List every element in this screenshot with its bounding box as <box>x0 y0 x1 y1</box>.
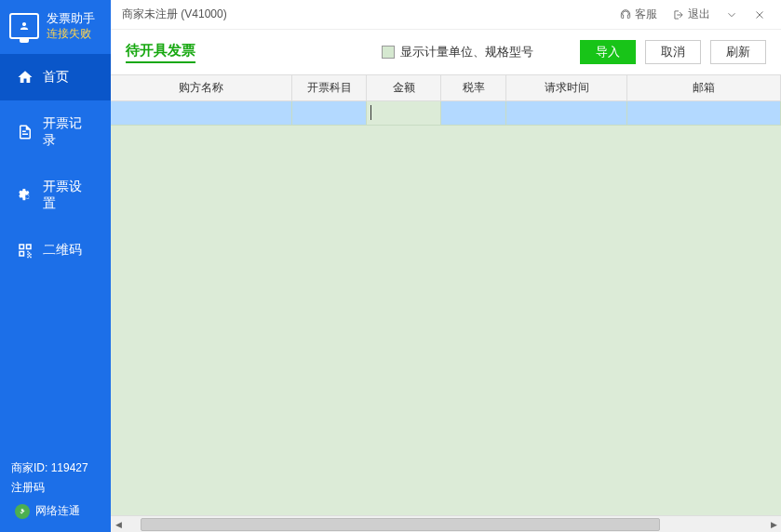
table-header: 购方名称 开票科目 金额 税率 请求时间 邮箱 <box>111 75 781 101</box>
nav-qrcode[interactable]: 二维码 <box>0 227 111 273</box>
refresh-button[interactable]: 刷新 <box>710 40 766 64</box>
home-icon <box>17 69 34 86</box>
chevron-down-icon <box>725 8 738 21</box>
cell-email[interactable] <box>627 101 781 126</box>
cell-request-time[interactable] <box>506 101 627 126</box>
col-buyer[interactable]: 购方名称 <box>111 75 292 100</box>
close-button[interactable] <box>747 6 772 24</box>
horizontal-scrollbar[interactable]: ◀ ▶ <box>111 515 781 532</box>
headset-icon <box>619 8 632 21</box>
col-request-time[interactable]: 请求时间 <box>506 75 627 100</box>
titlebar: 商家未注册 (V41000) 客服 退出 <box>111 0 781 30</box>
network-ok-icon <box>15 504 30 519</box>
nav-invoice-settings[interactable]: 开票设置 <box>0 164 111 227</box>
col-amount[interactable]: 金额 <box>367 75 441 100</box>
toolbar: 待开具发票 显示计量单位、规格型号 导入 取消 刷新 <box>111 30 781 74</box>
show-units-checkbox[interactable]: 显示计量单位、规格型号 <box>382 44 533 60</box>
nav-home[interactable]: 首页 <box>0 54 111 100</box>
checkbox-icon <box>382 46 395 59</box>
scroll-left-icon[interactable]: ◀ <box>111 517 126 532</box>
close-icon <box>753 8 766 21</box>
network-status-label: 网络连通 <box>35 503 80 519</box>
cell-amount-editing[interactable] <box>367 101 441 126</box>
col-subject[interactable]: 开票科目 <box>292 75 367 100</box>
cell-buyer[interactable] <box>111 101 292 126</box>
nav: 首页 开票记录 开票设置 二维码 <box>0 54 111 451</box>
support-button[interactable]: 客服 <box>613 4 663 25</box>
app-logo-icon <box>9 13 39 39</box>
table-row[interactable] <box>111 101 781 126</box>
records-icon <box>17 124 34 140</box>
page-title: 待开具发票 <box>126 42 195 63</box>
cell-rate[interactable] <box>441 101 506 126</box>
invoice-table: 购方名称 开票科目 金额 税率 请求时间 邮箱 ◀ ▶ <box>111 74 781 532</box>
merchant-id: 商家ID: 119427 <box>11 460 100 476</box>
nav-label: 首页 <box>43 69 69 86</box>
exit-icon <box>672 8 685 21</box>
col-email[interactable]: 邮箱 <box>627 75 781 100</box>
dropdown-button[interactable] <box>720 6 744 24</box>
checkbox-label: 显示计量单位、规格型号 <box>400 44 533 60</box>
app-title: 发票助手 <box>47 11 95 27</box>
nav-label: 二维码 <box>43 242 82 259</box>
exit-button[interactable]: 退出 <box>667 4 716 25</box>
nav-invoice-records[interactable]: 开票记录 <box>0 100 111 164</box>
connection-status: 连接失败 <box>47 27 95 42</box>
sidebar-header: 发票助手 连接失败 <box>0 0 111 54</box>
gear-icon <box>17 187 34 204</box>
scroll-right-icon[interactable]: ▶ <box>766 517 781 532</box>
cell-subject[interactable] <box>292 101 367 126</box>
sidebar-footer: 商家ID: 119427 注册码 网络连通 <box>0 451 111 532</box>
import-button[interactable]: 导入 <box>580 40 636 64</box>
sidebar: 发票助手 连接失败 首页 开票记录 开票设置 二维码 商家ID: 119427 … <box>0 0 111 532</box>
window-title: 商家未注册 (V41000) <box>122 7 613 22</box>
qrcode-icon <box>17 242 34 259</box>
nav-label: 开票记录 <box>43 115 94 149</box>
main: 商家未注册 (V41000) 客服 退出 待开具发票 显示计量单位、规格型号 导… <box>111 0 781 532</box>
nav-label: 开票设置 <box>43 179 94 212</box>
scrollbar-track[interactable] <box>141 517 751 532</box>
register-code-link[interactable]: 注册码 <box>11 480 100 496</box>
col-rate[interactable]: 税率 <box>441 75 506 100</box>
cancel-button[interactable]: 取消 <box>645 40 701 64</box>
table-body[interactable] <box>111 101 781 515</box>
scrollbar-thumb[interactable] <box>141 518 660 531</box>
network-status: 网络连通 <box>11 503 100 519</box>
